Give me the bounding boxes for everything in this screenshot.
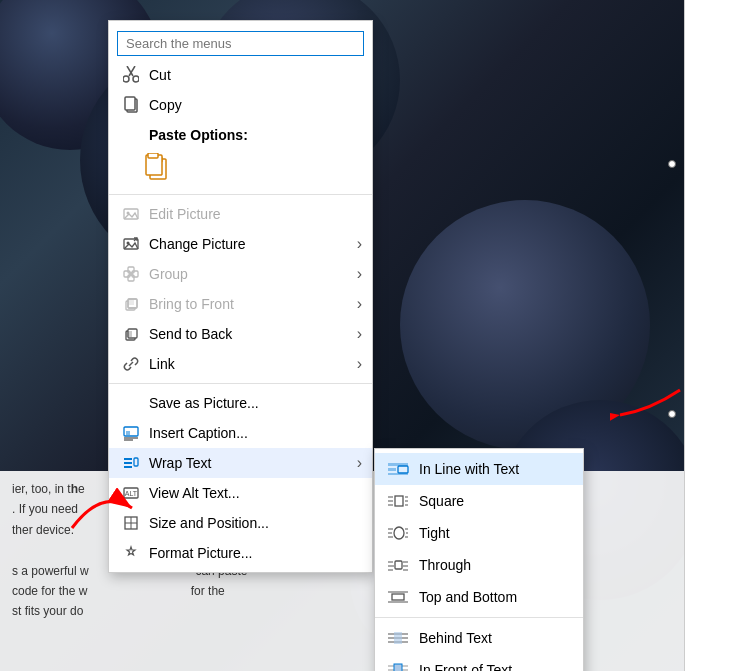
svg-rect-70: [394, 664, 402, 671]
svg-rect-54: [388, 561, 393, 563]
svg-rect-55: [388, 565, 394, 567]
svg-rect-31: [124, 458, 132, 460]
svg-rect-23: [128, 299, 134, 305]
submenu-item-tight[interactable]: Tight: [375, 517, 583, 549]
svg-point-5: [133, 76, 139, 82]
menu-item-save-picture[interactable]: Save as Picture...: [109, 388, 372, 418]
submenu-item-behind-text[interactable]: Behind Text: [375, 622, 583, 654]
copy-icon: [121, 95, 141, 115]
svg-rect-62: [388, 601, 408, 603]
inline-text-label: In Line with Text: [419, 461, 571, 477]
send-back-icon: [121, 324, 141, 344]
menu-item-insert-caption[interactable]: Insert Caption...: [109, 418, 372, 448]
svg-rect-49: [388, 536, 393, 538]
svg-rect-48: [388, 532, 392, 534]
menu-item-wrap-text[interactable]: Wrap Text In Line with Text: [109, 448, 372, 478]
menu-item-paste[interactable]: Paste Options:: [109, 120, 372, 150]
insert-caption-label: Insert Caption...: [149, 425, 360, 441]
change-picture-icon: [121, 234, 141, 254]
svg-rect-18: [128, 267, 134, 273]
submenu-item-top-bottom[interactable]: Top and Bottom: [375, 581, 583, 613]
selection-handle-mr[interactable]: [668, 410, 676, 418]
insert-caption-icon: [121, 423, 141, 443]
menu-item-edit-picture: Edit Picture: [109, 199, 372, 229]
menu-item-send-back[interactable]: Send to Back: [109, 319, 372, 349]
group-label: Group: [149, 266, 360, 282]
submenu-item-inline-text[interactable]: In Line with Text: [375, 453, 583, 485]
svg-rect-40: [388, 496, 393, 498]
svg-rect-52: [405, 536, 408, 538]
edit-picture-label: Edit Picture: [149, 206, 360, 222]
submenu-item-square[interactable]: Square: [375, 485, 583, 517]
svg-rect-53: [395, 561, 402, 569]
svg-rect-50: [405, 528, 408, 530]
size-position-label: Size and Position...: [149, 515, 360, 531]
svg-point-4: [123, 76, 129, 82]
tight-wrap-icon: [387, 524, 409, 542]
svg-rect-33: [124, 466, 132, 468]
paste-options-icon-area: [109, 150, 372, 190]
through-wrap-icon: [387, 556, 409, 574]
paste-icon: [121, 125, 141, 145]
submenu-separator-1: [375, 617, 583, 618]
svg-rect-19: [128, 275, 134, 281]
menu-item-cut[interactable]: Cut: [109, 60, 372, 90]
submenu-item-in-front-text[interactable]: In Front of Text: [375, 654, 583, 671]
menu-item-copy[interactable]: Copy: [109, 90, 372, 120]
svg-rect-51: [406, 532, 408, 534]
menu-item-link[interactable]: Link: [109, 349, 372, 379]
svg-rect-47: [388, 528, 393, 530]
cut-label: Cut: [149, 67, 360, 83]
menu-item-bring-front: Bring to Front: [109, 289, 372, 319]
svg-rect-45: [405, 504, 408, 506]
svg-rect-44: [405, 500, 408, 502]
behind-text-icon: [387, 629, 409, 647]
menu-item-view-alt-text[interactable]: ALT View Alt Text...: [109, 478, 372, 508]
svg-point-46: [394, 527, 404, 539]
menu-item-group: Group: [109, 259, 372, 289]
menu-item-size-position[interactable]: Size and Position...: [109, 508, 372, 538]
top-bottom-wrap-icon: [387, 588, 409, 606]
wrap-text-submenu: In Line with Text Square: [374, 448, 584, 671]
svg-rect-38: [388, 473, 408, 475]
link-label: Link: [149, 356, 360, 372]
bring-front-label: Bring to Front: [149, 296, 360, 312]
alt-text-label: View Alt Text...: [149, 485, 360, 501]
separator-2: [109, 383, 372, 384]
square-wrap-icon: [387, 492, 409, 510]
svg-rect-42: [388, 504, 393, 506]
svg-text:ALT: ALT: [125, 490, 138, 497]
bring-front-icon: [121, 294, 141, 314]
svg-rect-57: [403, 561, 408, 563]
search-input[interactable]: [117, 31, 364, 56]
svg-rect-37: [398, 466, 408, 473]
svg-rect-34: [134, 458, 138, 466]
context-menu: Cut Copy Paste Options:: [108, 20, 373, 573]
selection-handle-tr[interactable]: [668, 160, 676, 168]
edit-picture-icon: [121, 204, 141, 224]
svg-rect-28: [126, 431, 130, 435]
submenu-item-through[interactable]: Through: [375, 549, 583, 581]
separator-1: [109, 194, 372, 195]
svg-rect-36: [388, 468, 396, 471]
svg-rect-56: [388, 569, 393, 571]
menu-item-format-picture[interactable]: Format Picture...: [109, 538, 372, 568]
svg-rect-58: [403, 565, 408, 567]
svg-rect-41: [388, 500, 393, 502]
svg-rect-32: [124, 462, 132, 464]
in-front-text-label: In Front of Text: [419, 662, 571, 671]
svg-rect-59: [403, 569, 408, 571]
in-front-text-icon: [387, 661, 409, 671]
menu-item-change-picture[interactable]: Change Picture: [109, 229, 372, 259]
send-back-label: Send to Back: [149, 326, 360, 342]
svg-rect-66: [394, 632, 402, 644]
change-picture-label: Change Picture: [149, 236, 360, 252]
format-picture-label: Format Picture...: [149, 545, 360, 561]
search-box-container: [109, 25, 372, 60]
save-picture-label: Save as Picture...: [149, 395, 360, 411]
svg-rect-61: [388, 591, 408, 593]
svg-rect-43: [405, 496, 408, 498]
square-label: Square: [419, 493, 571, 509]
link-icon: [121, 354, 141, 374]
group-icon: [121, 264, 141, 284]
